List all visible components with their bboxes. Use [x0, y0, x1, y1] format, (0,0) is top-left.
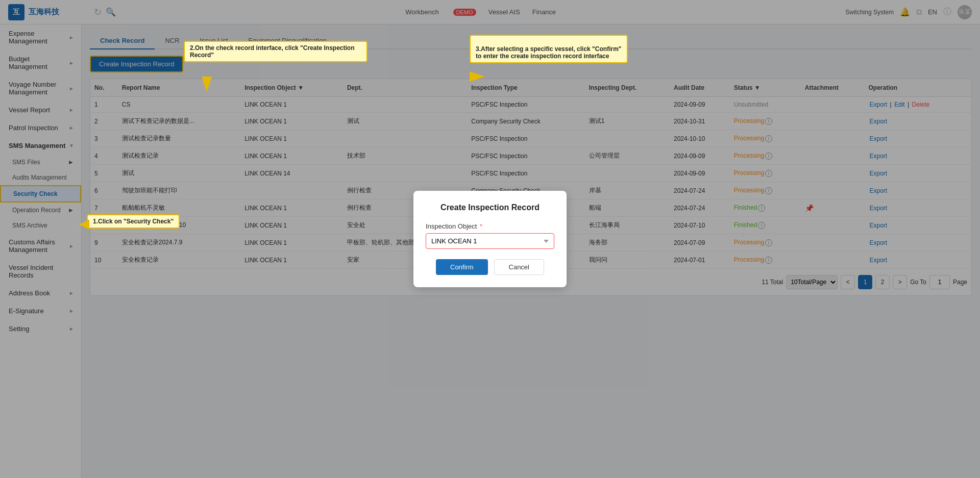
modal-title: Create Inspection Record	[426, 203, 554, 212]
confirm-button[interactable]: Confirm	[436, 259, 488, 275]
inspection-object-select[interactable]: LINK OCEAN 1 LINK OCEAN 14 LINK OCEAN 2	[426, 233, 554, 249]
modal-overlay: Create Inspection Record Inspection Obje…	[0, 0, 980, 478]
modal-field-inspection-object: Inspection Object * LINK OCEAN 1 LINK OC…	[426, 222, 554, 249]
modal-buttons: Confirm Cancel	[426, 259, 554, 275]
create-inspection-modal: Create Inspection Record Inspection Obje…	[413, 191, 567, 287]
required-indicator: *	[480, 222, 482, 230]
modal-field-label: Inspection Object *	[426, 222, 554, 230]
cancel-button[interactable]: Cancel	[494, 259, 544, 275]
